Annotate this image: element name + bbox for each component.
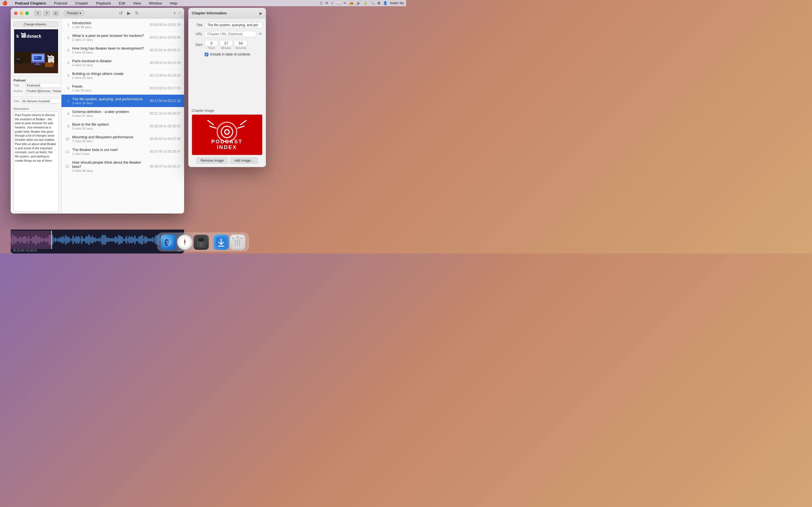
add-image-button[interactable]: Add Image... [230, 158, 258, 164]
menubar-control-icon[interactable]: ⊞ [377, 1, 380, 5]
svg-rect-111 [79, 236, 79, 244]
chapter-row[interactable]: 4 Parts involved in Beaker 4 mins 27 sec… [61, 57, 184, 69]
chapter-number: 4 [65, 61, 69, 65]
hours-input[interactable] [205, 40, 218, 46]
chapter-info-expand-icon[interactable]: ▶ [259, 11, 262, 15]
remove-chapter-button[interactable]: − [178, 11, 181, 16]
dock-item-trash[interactable] [230, 235, 245, 250]
chapter-duration: 5 mins 15 secs [72, 51, 147, 54]
svg-point-251 [167, 241, 167, 242]
chapter-title-text: Parts involved in Beaker [72, 59, 147, 63]
chapter-info-title-input[interactable] [205, 22, 262, 28]
chapter-row[interactable]: 1 Introduction 1 min 39 secs 00:00:00 to… [61, 18, 184, 31]
svg-rect-98 [67, 237, 68, 243]
chapter-row[interactable]: 5 Building on things others create 2 min… [61, 69, 184, 82]
chapter-title-text: Schema definition - a later problem [72, 110, 147, 114]
svg-rect-9 [22, 35, 23, 35]
menu-view[interactable]: View [132, 1, 143, 6]
export-button[interactable]: ⬆ [43, 10, 50, 16]
chapter-number: 7 [65, 99, 69, 103]
svg-rect-53 [29, 238, 30, 242]
menu-podcast-chapters[interactable]: Podcast Chapters [13, 1, 48, 6]
svg-point-259 [185, 242, 186, 243]
svg-rect-109 [77, 237, 77, 243]
svg-rect-124 [89, 235, 90, 244]
speaker-button[interactable]: 🔊 [52, 10, 59, 16]
podcast-index-image: PODCAST INDEX [192, 115, 262, 155]
minimize-button[interactable] [20, 11, 23, 15]
chapter-row[interactable]: 9 Back to the file system 3 mins 54 secs… [61, 120, 184, 133]
svg-rect-65 [40, 237, 40, 243]
minutes-input[interactable] [219, 40, 233, 46]
svg-rect-93 [63, 237, 64, 243]
menu-help[interactable]: Help [168, 1, 179, 6]
forward-button[interactable]: ↻ [135, 10, 139, 16]
svg-rect-23 [47, 55, 49, 57]
url-visibility-toggle[interactable]: 👁 [259, 32, 262, 36]
chapter-duration: 3 mins 40 secs [72, 169, 147, 172]
chapter-info-cell: Building on things others create 2 mins … [72, 71, 147, 79]
dock-item-remote[interactable] [194, 235, 209, 250]
menu-playback[interactable]: Playback [94, 1, 113, 6]
svg-rect-94 [64, 238, 64, 241]
menubar-time: kvart i tio [390, 1, 404, 5]
chapter-list[interactable]: 1 Introduction 1 min 39 secs 00:00:00 to… [61, 18, 184, 214]
include-toc-checkbox[interactable] [205, 53, 208, 56]
presets-button[interactable]: Presets ▾ [64, 10, 84, 16]
close-button[interactable] [14, 11, 17, 15]
svg-rect-20 [17, 59, 18, 59]
chapter-row[interactable]: 8 Schema definition - a later problem 4 … [61, 107, 184, 120]
svg-rect-126 [91, 237, 92, 243]
apple-menu[interactable]: 🍎 [2, 1, 8, 6]
share-button[interactable]: ⬆ [35, 10, 41, 16]
seconds-input[interactable] [234, 40, 248, 46]
chapter-row[interactable]: 10 Mounting and filesystem performance 7… [61, 133, 184, 145]
change-artwork-button[interactable]: Change Artwork... [13, 21, 58, 27]
rewind-button[interactable]: ↺ [119, 10, 123, 16]
svg-point-252 [169, 241, 170, 242]
remote-icon [194, 235, 209, 250]
title-bar-right: + − [173, 11, 181, 16]
svg-rect-177 [134, 235, 135, 244]
chapter-title-input[interactable] [20, 99, 61, 104]
add-chapter-button[interactable]: + [173, 11, 175, 16]
podcast-title-input[interactable] [26, 83, 61, 88]
play-button[interactable]: ▶ [127, 10, 131, 16]
include-toc-label: Include in table of contents [210, 52, 250, 56]
svg-rect-39 [17, 239, 18, 241]
menu-chapter[interactable]: Chapter [73, 1, 90, 6]
menubar-search-icon[interactable]: 🔍 [370, 1, 375, 5]
dock-item-finder[interactable] [161, 235, 176, 250]
chapter-number: 12 [65, 164, 69, 168]
chapter-info-cell: The Beaker beta is out now! 1 min 2 secs [72, 148, 147, 156]
svg-text:dsnack: dsnack [27, 34, 42, 39]
svg-rect-63 [38, 238, 38, 242]
chapter-duration: 4 mins 27 secs [72, 63, 147, 67]
menu-podcast[interactable]: Podcast [52, 1, 69, 6]
chapter-info-url-input[interactable] [205, 31, 256, 37]
dock-item-downloads[interactable] [214, 235, 229, 250]
chapter-row[interactable]: 6 Feeds 1 min 53 secs 00:16:00 to 00:17:… [61, 82, 184, 95]
svg-rect-192 [147, 237, 147, 242]
svg-rect-45 [22, 237, 23, 243]
svg-rect-48 [25, 236, 26, 244]
podcast-author-input[interactable] [26, 89, 61, 93]
dock-item-safari[interactable] [177, 235, 193, 250]
chapter-row[interactable]: 3 How long has Beaker been in developmen… [61, 44, 184, 57]
downloads-icon [214, 235, 229, 250]
menu-edit[interactable]: Edit [117, 1, 127, 6]
fullscreen-button[interactable] [26, 11, 29, 15]
menu-window[interactable]: Window [147, 1, 163, 6]
remove-image-button[interactable]: Remove Image [197, 158, 228, 164]
description-text[interactable]: Paul Frazee returns to discuss the evolu… [13, 112, 58, 212]
svg-rect-28 [46, 62, 47, 63]
chapter-row[interactable]: 12 How should people think about the Bea… [61, 158, 184, 175]
svg-rect-117 [84, 238, 84, 241]
chapter-row[interactable]: 7 The file system, querying, and perform… [61, 95, 184, 107]
chapter-time-range: 00:38:47 to 00:42:27 [150, 165, 181, 168]
svg-rect-276 [234, 237, 237, 239]
chapter-row[interactable]: 11 The Beaker beta is out now! 1 min 2 s… [61, 145, 184, 158]
chapter-row[interactable]: 2 What is a peer-to-peer browser for hac… [61, 31, 184, 44]
menubar-user-icon[interactable]: 👤 [383, 1, 388, 5]
svg-rect-148 [110, 238, 110, 241]
